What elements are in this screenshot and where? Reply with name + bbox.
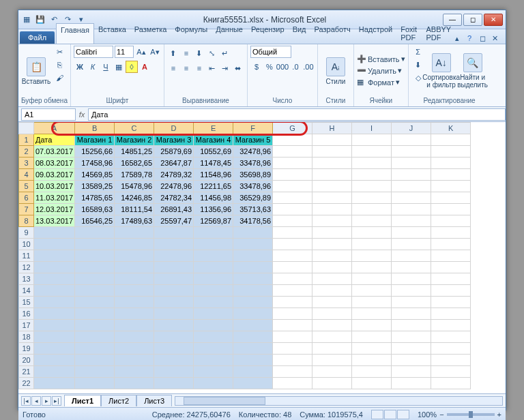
- cell-C17[interactable]: [115, 320, 154, 331]
- cell-D18[interactable]: [154, 331, 194, 343]
- cell-C5[interactable]: 15478,96: [115, 181, 154, 192]
- cell-H12[interactable]: [312, 262, 352, 273]
- cell-C4[interactable]: 17589,78: [115, 169, 154, 181]
- cell-C19[interactable]: [115, 343, 154, 355]
- cell-C3[interactable]: 16582,65: [115, 158, 154, 169]
- cell-I20[interactable]: [352, 355, 392, 366]
- cell-J13[interactable]: [392, 273, 431, 285]
- cell-A5[interactable]: 10.03.2017: [34, 181, 75, 192]
- cell-K21[interactable]: [431, 366, 471, 378]
- fill-color-icon[interactable]: ◊: [126, 61, 138, 73]
- cell-A10[interactable]: [34, 239, 75, 250]
- tab-Вставка[interactable]: Вставка: [94, 23, 130, 44]
- cell-B5[interactable]: 13589,25: [75, 181, 115, 192]
- cell-J12[interactable]: [392, 262, 431, 273]
- cell-B20[interactable]: [75, 355, 115, 366]
- cell-G3[interactable]: [273, 158, 312, 169]
- cell-F7[interactable]: 35713,63: [233, 204, 273, 215]
- cell-H10[interactable]: [312, 239, 352, 250]
- merge-icon[interactable]: ⬌: [232, 62, 244, 74]
- tab-Вид[interactable]: Вид: [289, 23, 310, 44]
- cell-G8[interactable]: [273, 215, 312, 227]
- cell-B6[interactable]: 14785,65: [75, 192, 115, 204]
- cell-J6[interactable]: [392, 192, 431, 204]
- zoom-in-icon[interactable]: +: [497, 410, 501, 419]
- tab-Главная[interactable]: Главная: [56, 23, 94, 44]
- help-icon[interactable]: ?: [467, 34, 477, 44]
- cell-B11[interactable]: [75, 250, 115, 262]
- tab-Foxit PDF[interactable]: Foxit PDF: [396, 23, 422, 44]
- row-header-15[interactable]: 15: [19, 297, 34, 308]
- cell-J2[interactable]: [392, 146, 431, 158]
- cell-E15[interactable]: [194, 297, 233, 308]
- col-header-C[interactable]: C: [115, 123, 154, 134]
- cell-D3[interactable]: 23647,87: [154, 158, 194, 169]
- zoom-control[interactable]: 100% − +: [418, 410, 501, 419]
- close-button[interactable]: ✕: [484, 14, 503, 26]
- row-header-4[interactable]: 4: [19, 169, 34, 181]
- col-header-F[interactable]: F: [233, 123, 273, 134]
- cell-D19[interactable]: [154, 343, 194, 355]
- cell-A1[interactable]: Дата: [34, 134, 75, 146]
- cell-F13[interactable]: [233, 273, 273, 285]
- border-icon[interactable]: ▦: [113, 61, 125, 73]
- format-painter-icon[interactable]: 🖌: [53, 72, 66, 84]
- cell-A12[interactable]: [34, 262, 75, 273]
- cell-I6[interactable]: [352, 192, 392, 204]
- cell-E19[interactable]: [194, 343, 233, 355]
- cell-A20[interactable]: [34, 355, 75, 366]
- cell-E7[interactable]: 11356,96: [194, 204, 233, 215]
- cell-K10[interactable]: [431, 239, 471, 250]
- view-pagebreak-icon[interactable]: [397, 410, 409, 419]
- cells-insert[interactable]: ➕Вставить ▾: [357, 55, 405, 64]
- cell-G9[interactable]: [273, 227, 312, 239]
- cell-E17[interactable]: [194, 320, 233, 331]
- cell-C11[interactable]: [115, 250, 154, 262]
- sheet-nav-first[interactable]: |◂: [21, 396, 31, 406]
- cell-H8[interactable]: [312, 215, 352, 227]
- tab-Рецензир[interactable]: Рецензир: [247, 23, 289, 44]
- cell-D11[interactable]: [154, 250, 194, 262]
- row-header-13[interactable]: 13: [19, 273, 34, 285]
- cell-G11[interactable]: [273, 250, 312, 262]
- cell-I8[interactable]: [352, 215, 392, 227]
- cell-D8[interactable]: 25597,47: [154, 215, 194, 227]
- cell-J1[interactable]: [392, 134, 431, 146]
- cell-J17[interactable]: [392, 320, 431, 331]
- align-right-icon[interactable]: ≡: [193, 62, 205, 74]
- align-bottom-icon[interactable]: ⬇: [193, 47, 205, 59]
- cell-H22[interactable]: [312, 378, 352, 389]
- cell-H13[interactable]: [312, 273, 352, 285]
- window-restore-icon[interactable]: ◻: [480, 34, 489, 44]
- zoom-out-icon[interactable]: −: [439, 410, 443, 419]
- col-header-J[interactable]: J: [392, 123, 431, 134]
- cell-H15[interactable]: [312, 297, 352, 308]
- col-header-G[interactable]: G: [273, 123, 312, 134]
- tab-Формулы[interactable]: Формулы: [171, 23, 212, 44]
- row-header-1[interactable]: 1: [19, 134, 34, 146]
- cell-B19[interactable]: [75, 343, 115, 355]
- maximize-button[interactable]: ◻: [463, 14, 482, 26]
- sheet-nav-next[interactable]: ▸: [42, 396, 51, 406]
- cell-D17[interactable]: [154, 320, 194, 331]
- cell-H4[interactable]: [312, 169, 352, 181]
- row-header-9[interactable]: 9: [19, 227, 34, 239]
- cell-E5[interactable]: 12211,65: [194, 181, 233, 192]
- cell-K22[interactable]: [431, 378, 471, 389]
- cell-E2[interactable]: 10552,69: [194, 146, 233, 158]
- indent-dec-icon[interactable]: ⇤: [206, 62, 218, 74]
- cell-D22[interactable]: [154, 378, 194, 389]
- percent-icon[interactable]: %: [263, 61, 276, 73]
- cell-G2[interactable]: [273, 146, 312, 158]
- cell-D14[interactable]: [154, 285, 194, 297]
- cell-J11[interactable]: [392, 250, 431, 262]
- row-header-6[interactable]: 6: [19, 192, 34, 204]
- row-header-19[interactable]: 19: [19, 343, 34, 355]
- cell-C13[interactable]: [115, 273, 154, 285]
- cell-D15[interactable]: [154, 297, 194, 308]
- tab-Данные[interactable]: Данные: [212, 23, 247, 44]
- cell-F11[interactable]: [233, 250, 273, 262]
- cell-B1[interactable]: Магазин 1: [75, 134, 115, 146]
- cell-F1[interactable]: Магазин 5: [233, 134, 273, 146]
- view-layout-icon[interactable]: [384, 410, 396, 419]
